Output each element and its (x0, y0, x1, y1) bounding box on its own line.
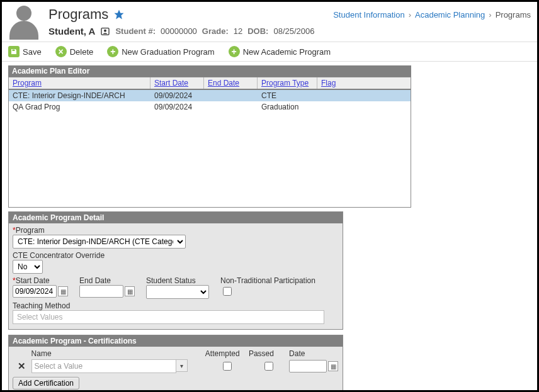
breadcrumb: Student Information › Academic Planning … (333, 10, 531, 20)
dob: 08/25/2006 (273, 26, 314, 36)
chevron-right-icon: › (489, 10, 491, 20)
cell-type: Graduation (258, 101, 317, 113)
svg-point-2 (104, 29, 106, 31)
concentrator-select[interactable]: No (13, 260, 43, 274)
cell-program: QA Grad Prog (9, 101, 150, 113)
calendar-icon[interactable] (125, 286, 135, 296)
cell-program: CTE: Interior Design-INDE/ARCH (9, 90, 150, 101)
program-label: Program (16, 226, 45, 235)
teaching-method-input[interactable]: Select Values (13, 310, 324, 324)
grade: 12 (234, 26, 242, 36)
chevron-right-icon: › (409, 10, 411, 20)
program-grid: Program Start Date End Date Program Type… (8, 77, 411, 208)
start-date-input[interactable] (13, 285, 57, 298)
avatar (6, 4, 42, 41)
delete-icon: × (55, 46, 67, 57)
student-number-label: Student #: (115, 26, 156, 36)
cell-flag (317, 101, 411, 113)
new-academic-program-button[interactable]: + New Academic Program (229, 46, 331, 57)
favorite-star-icon[interactable] (113, 9, 125, 20)
concentrator-label: CTE Concentrator Override (13, 251, 339, 260)
page-title: Programs (48, 6, 108, 23)
new-grad-label: New Graduation Program (122, 47, 214, 57)
save-button[interactable]: Save (8, 46, 42, 57)
cert-col-passed: Passed (249, 349, 289, 358)
breadcrumb-academic-planning[interactable]: Academic Planning (415, 10, 485, 20)
dropdown-icon[interactable]: ▾ (176, 359, 188, 372)
new-acad-label: New Academic Program (243, 47, 331, 57)
program-select[interactable]: CTE: Interior Design-INDE/ARCH (CTE Cate… (13, 235, 186, 249)
end-date-label: End Date (79, 276, 135, 285)
col-start-date[interactable]: Start Date (150, 77, 204, 89)
cert-date-input[interactable] (289, 360, 327, 372)
calendar-icon[interactable] (328, 361, 338, 371)
cell-end (204, 90, 258, 101)
grade-label: Grade: (202, 26, 229, 36)
cell-flag (317, 90, 411, 101)
remove-cert-icon[interactable]: ✕ (18, 361, 26, 372)
student-name: Student, A (48, 26, 95, 36)
ntp-label: Non-Traditional Participation (220, 276, 315, 285)
cert-col-attempted: Attempted (205, 349, 249, 358)
save-icon (8, 46, 20, 57)
start-date-label: Start Date (16, 276, 50, 285)
table-row[interactable]: QA Grad Prog 09/09/2024 Graduation (9, 101, 411, 113)
save-label: Save (23, 47, 42, 57)
col-program-type[interactable]: Program Type (258, 77, 317, 89)
ntp-checkbox[interactable] (223, 287, 232, 296)
plus-icon: + (107, 46, 118, 57)
breadcrumb-current: Programs (496, 10, 531, 20)
calendar-icon[interactable] (58, 286, 68, 296)
editor-section-title: Academic Plan Editor (8, 65, 411, 77)
cell-end (204, 101, 258, 113)
add-certification-button[interactable]: Add Certification (13, 377, 79, 389)
cell-start: 09/09/2024 (150, 90, 204, 101)
detail-section-title: Academic Program Detail (9, 212, 343, 223)
cert-section-title: Academic Program - Certifications (9, 335, 343, 347)
cert-passed-checkbox[interactable] (264, 362, 273, 371)
col-program[interactable]: Program (9, 77, 150, 89)
teaching-method-label: Teaching Method (13, 301, 339, 310)
svg-rect-3 (13, 50, 15, 52)
dob-label: DOB: (247, 26, 268, 36)
col-flag[interactable]: Flag (317, 77, 411, 89)
col-end-date[interactable]: End Date (204, 77, 258, 89)
plus-icon: + (229, 46, 240, 57)
cert-name-input[interactable]: Select a Value (31, 359, 176, 373)
table-row[interactable]: CTE: Interior Design-INDE/ARCH 09/09/202… (9, 90, 411, 101)
delete-button[interactable]: × Delete (55, 46, 94, 57)
cert-attempted-checkbox[interactable] (223, 362, 232, 371)
student-status-label: Student Status (146, 276, 209, 285)
delete-label: Delete (70, 47, 94, 57)
end-date-input[interactable] (79, 285, 123, 298)
breadcrumb-student-info[interactable]: Student Information (333, 10, 404, 20)
svg-marker-0 (115, 10, 124, 20)
cell-type: CTE (258, 90, 317, 101)
cert-col-name: Name (31, 349, 205, 358)
student-status-select[interactable] (146, 285, 209, 299)
id-card-icon[interactable] (100, 26, 110, 36)
student-number: 00000000 (161, 26, 197, 36)
new-graduation-program-button[interactable]: + New Graduation Program (107, 46, 214, 57)
cell-start: 09/09/2024 (150, 101, 204, 113)
cert-col-date: Date (289, 349, 339, 358)
